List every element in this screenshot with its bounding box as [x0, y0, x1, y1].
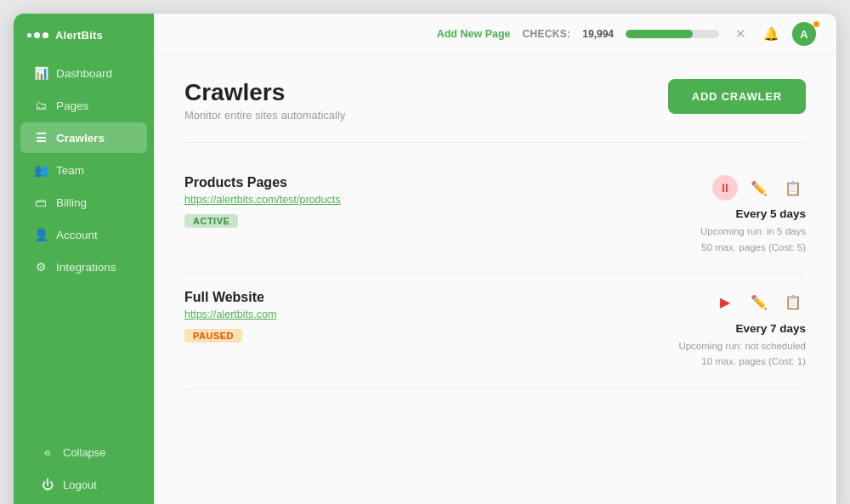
sidebar: AlertBits 📊Dashboard🗂Pages☰Crawlers👥Team…: [14, 14, 154, 504]
app-logo: AlertBits: [14, 14, 154, 54]
schedule-label: Every 7 days: [735, 322, 806, 335]
schedule-detail: Upcoming run: not scheduled10 max. pages…: [678, 338, 806, 370]
crawler-status-badge: PAUSED: [184, 329, 242, 343]
integrations-icon: ⚙: [34, 260, 48, 274]
edit-button[interactable]: ✏️: [746, 290, 772, 315]
sidebar-label-team: Team: [56, 164, 84, 177]
settings-icon[interactable]: ✕: [731, 25, 750, 43]
sidebar-label-collapse: Collapse: [63, 446, 106, 459]
sidebar-item-billing[interactable]: 🗃Billing: [20, 187, 147, 218]
crawler-name: Products Pages: [184, 175, 340, 190]
checks-label: CHECKS:: [523, 28, 571, 40]
notification-dot: [813, 21, 819, 27]
user-avatar[interactable]: A: [792, 22, 816, 46]
crawler-name: Full Website: [184, 290, 276, 305]
schedule-label: Every 5 days: [735, 207, 806, 220]
edit-button[interactable]: ✏️: [746, 175, 772, 201]
crawler-card: Products Pages https://alertbits.com/tes…: [184, 160, 806, 275]
crawler-card: Full Website https://alertbits.com PAUSE…: [184, 275, 806, 389]
sidebar-label-account: Account: [56, 229, 98, 241]
crawler-status-badge: ACTIVE: [184, 214, 238, 228]
checks-progress-fill: [626, 30, 693, 38]
crawler-actions: ▶ ✏️ 📋 Every 7 days Upcoming run: not sc…: [670, 290, 806, 370]
sidebar-item-crawlers[interactable]: ☰Crawlers: [20, 122, 147, 153]
pages-icon: 🗂: [34, 99, 48, 112]
action-icons: ▶ ✏️ 📋: [712, 290, 806, 315]
topbar: Add New Page CHECKS: 19,994 ✕ 🔔 A: [154, 14, 836, 55]
page-header: Crawlers Monitor entire sites automatica…: [184, 79, 806, 122]
bell-icon[interactable]: 🔔: [762, 25, 780, 43]
header-divider: [184, 142, 806, 143]
logo-dot-3: [42, 32, 48, 38]
sidebar-label-crawlers: Crawlers: [56, 132, 105, 144]
pause-button[interactable]: ⏸: [712, 175, 738, 201]
logo-icon: [27, 32, 48, 38]
collapse-icon: «: [41, 445, 54, 459]
sidebar-label-logout: Logout: [63, 479, 97, 491]
content-area: Crawlers Monitor entire sites automatica…: [154, 55, 836, 504]
team-icon: 👥: [34, 163, 48, 177]
copy-button[interactable]: 📋: [780, 175, 806, 201]
play-button[interactable]: ▶: [712, 290, 738, 315]
crawler-actions: ⏸ ✏️ 📋 Every 5 days Upcoming run: in 5 d…: [670, 175, 806, 255]
logout-icon: ⏻: [41, 478, 54, 491]
main-area: Add New Page CHECKS: 19,994 ✕ 🔔 A Crawle…: [154, 14, 836, 504]
app-window: AlertBits 📊Dashboard🗂Pages☰Crawlers👥Team…: [14, 14, 836, 504]
crawlers-icon: ☰: [34, 131, 48, 144]
sidebar-item-collapse[interactable]: «Collapse: [27, 437, 140, 467]
page-title: Crawlers: [184, 79, 345, 106]
page-title-group: Crawlers Monitor entire sites automatica…: [184, 79, 345, 122]
crawler-url[interactable]: https://alertbits.com/test/products: [184, 194, 340, 206]
sidebar-item-dashboard[interactable]: 📊Dashboard: [20, 58, 147, 88]
sidebar-item-team[interactable]: 👥Team: [20, 155, 147, 185]
crawler-info: Products Pages https://alertbits.com/tes…: [184, 175, 340, 228]
action-icons: ⏸ ✏️ 📋: [712, 175, 806, 201]
dashboard-icon: 📊: [34, 66, 48, 80]
sidebar-label-pages: Pages: [56, 99, 88, 112]
sidebar-item-integrations[interactable]: ⚙Integrations: [20, 252, 147, 282]
logo-dot-1: [27, 33, 31, 37]
crawler-url[interactable]: https://alertbits.com: [184, 309, 276, 320]
sidebar-label-billing: Billing: [56, 196, 87, 209]
checks-value: 19,994: [582, 28, 614, 40]
sidebar-label-dashboard: Dashboard: [56, 67, 112, 80]
sidebar-nav: 📊Dashboard🗂Pages☰Crawlers👥Team🗃Billing👤A…: [14, 54, 154, 426]
billing-icon: 🗃: [34, 195, 48, 209]
logo-dot-2: [34, 32, 40, 38]
sidebar-item-pages[interactable]: 🗂Pages: [20, 90, 147, 121]
account-icon: 👤: [34, 228, 48, 241]
page-subtitle: Monitor entire sites automatically: [184, 109, 345, 122]
sidebar-label-integrations: Integrations: [56, 261, 116, 274]
crawlers-list: Products Pages https://alertbits.com/tes…: [184, 160, 806, 389]
copy-button[interactable]: 📋: [780, 290, 806, 315]
sidebar-item-account[interactable]: 👤Account: [20, 219, 147, 250]
logo-text: AlertBits: [55, 29, 103, 42]
schedule-detail: Upcoming run: in 5 days50 max. pages (Co…: [700, 224, 806, 255]
crawler-info: Full Website https://alertbits.com PAUSE…: [184, 290, 276, 343]
checks-progress-bar: [626, 30, 719, 38]
sidebar-bottom: «Collapse⏻Logout: [14, 426, 154, 504]
add-new-page-link[interactable]: Add New Page: [437, 28, 511, 40]
add-crawler-button[interactable]: ADD CRAWLER: [668, 79, 806, 114]
sidebar-item-logout[interactable]: ⏻Logout: [27, 469, 140, 500]
